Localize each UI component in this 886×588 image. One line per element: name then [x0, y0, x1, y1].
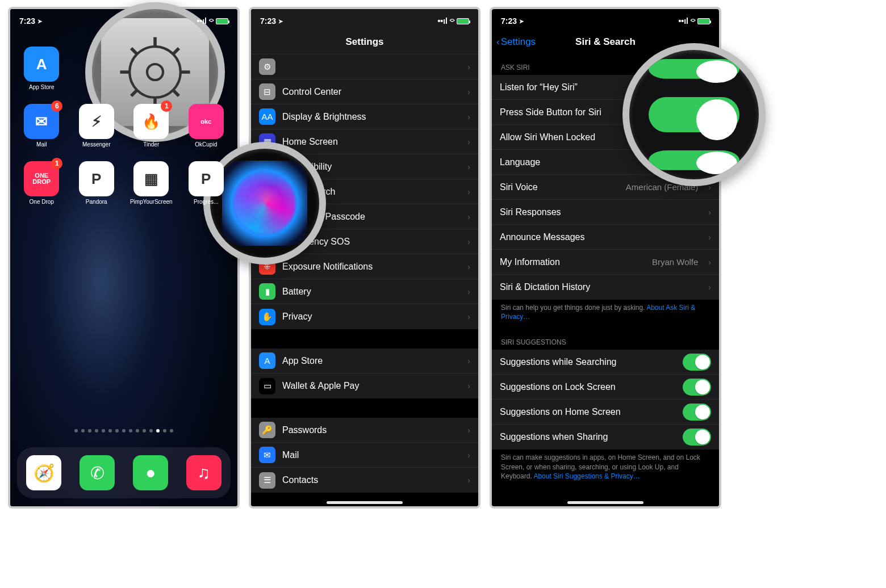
- home-indicator[interactable]: [327, 501, 403, 504]
- row-label: Siri & Dictation History: [500, 282, 698, 292]
- app-app-store[interactable]: AApp Store: [17, 47, 66, 90]
- messages-icon: ●: [145, 463, 156, 482]
- settings-row-privacy[interactable]: ✋Privacy›: [251, 304, 478, 329]
- badge: 6: [51, 100, 62, 112]
- app-one-drop[interactable]: ONE DROP1One Drop: [17, 161, 66, 205]
- siri-row-suggestions-while-searching[interactable]: Suggestions while Searching: [492, 350, 719, 375]
- row-label: Suggestions on Lock Screen: [500, 382, 676, 392]
- row-label: Language: [500, 157, 658, 167]
- dock-messages[interactable]: ●: [133, 455, 168, 490]
- app-icon: P: [189, 161, 224, 196]
- settings-row-app-store[interactable]: AApp Store›: [251, 348, 478, 373]
- row-icon: ☰: [259, 472, 275, 489]
- about-ask-siri-link[interactable]: About Ask Siri & Privacy…: [501, 304, 695, 321]
- settings-row-general[interactable]: ⚙︎General›: [251, 54, 478, 79]
- row-label: App Store: [282, 356, 457, 366]
- row-label: My Information: [500, 257, 645, 267]
- page-indicator[interactable]: [10, 429, 237, 432]
- nav-title: Siri & Search: [575, 36, 636, 48]
- siri-row-my-information[interactable]: My InformationBryan Wolfe›: [492, 250, 719, 275]
- row-label: Siri Responses: [500, 207, 698, 217]
- row-icon: A: [259, 352, 275, 369]
- nav-title: Settings: [345, 36, 383, 48]
- back-button[interactable]: ‹Settings: [496, 30, 536, 54]
- app-grid: AApp StorefF...✉︎6Mail⚡︎Messenger🔥1Tinde…: [10, 30, 237, 205]
- row-label: Mail: [282, 450, 457, 460]
- row-label: Suggestions when Sharing: [500, 432, 676, 442]
- chevron-right-icon: ›: [467, 356, 470, 366]
- toggle-switch[interactable]: [683, 404, 711, 421]
- dock-phone[interactable]: ✆: [80, 455, 115, 490]
- chevron-right-icon: ›: [467, 162, 470, 171]
- wifi-icon: ⌔: [209, 16, 214, 26]
- wifi-icon: ⌔: [691, 16, 695, 26]
- app-label: Messenger: [82, 141, 110, 148]
- app-pimpyourscreen[interactable]: ▦PimpYourScreen: [127, 161, 176, 205]
- siri-row-announce-messages[interactable]: Announce Messages›: [492, 225, 719, 250]
- toggle-switch[interactable]: [683, 354, 711, 371]
- row-label: Privacy: [282, 312, 457, 322]
- siri-row-suggestions-on-home-screen[interactable]: Suggestions on Home Screen: [492, 400, 719, 425]
- phone-home-screen: 7:23➤ ••ıl ⌔ AApp StorefF...✉︎6Mail⚡︎Mes…: [8, 7, 240, 509]
- app-mail[interactable]: ✉︎6Mail: [17, 104, 66, 148]
- row-label: Battery: [282, 287, 457, 297]
- wifi-icon: ⌔: [450, 16, 454, 26]
- settings-row-control-center[interactable]: ⊟Control Center›: [251, 79, 478, 104]
- chevron-right-icon: ›: [467, 426, 470, 435]
- settings-row-battery[interactable]: ▮Battery›: [251, 279, 478, 304]
- toggle-switch[interactable]: [683, 429, 711, 446]
- row-icon: ⊟: [259, 83, 275, 100]
- settings-row-passwords[interactable]: 🔑Passwords›: [251, 418, 478, 443]
- location-icon: ➤: [278, 18, 283, 24]
- siri-row-suggestions-on-lock-screen[interactable]: Suggestions on Lock Screen: [492, 375, 719, 400]
- chevron-right-icon: ›: [708, 233, 711, 242]
- row-label: Suggestions while Searching: [500, 357, 676, 367]
- row-label: Suggestions on Home Screen: [500, 407, 676, 417]
- app-icon: ✉︎6: [24, 104, 59, 139]
- section-footer-ask: Siri can help you get things done just b…: [492, 300, 719, 329]
- app-tinder[interactable]: 🔥1Tinder: [127, 104, 176, 148]
- settings-row-wallet-apple-pay[interactable]: ▭Wallet & Apple Pay›: [251, 373, 478, 398]
- battery-icon: [216, 18, 228, 24]
- chevron-right-icon: ›: [467, 476, 470, 485]
- about-suggestions-link[interactable]: About Siri Suggestions & Privacy…: [533, 472, 640, 480]
- siri-row-siri-responses[interactable]: Siri Responses›: [492, 200, 719, 225]
- row-label: Exposure Notifications: [282, 262, 457, 272]
- toggle-on-icon: [649, 59, 739, 78]
- toggle-switch[interactable]: [683, 379, 711, 396]
- nav-bar: Settings: [251, 30, 478, 54]
- app-okcupid[interactable]: okcOkCupid: [182, 104, 231, 148]
- app-progres-[interactable]: PProgres...: [182, 161, 231, 205]
- chevron-right-icon: ›: [467, 187, 470, 196]
- app-label: App Store: [29, 84, 54, 90]
- app-messenger[interactable]: ⚡︎Messenger: [72, 104, 122, 148]
- app-icon: P: [79, 161, 114, 196]
- chevron-right-icon: ›: [708, 258, 711, 267]
- app-pandora[interactable]: PPandora: [72, 161, 122, 205]
- battery-icon: [697, 18, 710, 24]
- app-label: Tinder: [143, 141, 159, 148]
- chevron-left-icon: ‹: [496, 36, 500, 48]
- settings-row-contacts[interactable]: ☰Contacts›: [251, 468, 478, 493]
- status-bar: 7:23➤ ••ıl ⌔: [10, 9, 237, 30]
- dock-safari[interactable]: 🧭: [26, 455, 61, 490]
- dock-music[interactable]: ♫: [186, 455, 222, 490]
- app-icon: 🔥1: [133, 104, 169, 139]
- location-icon: ➤: [37, 18, 42, 24]
- settings-list[interactable]: ⚙︎General›⊟Control Center›AADisplay & Br…: [251, 54, 478, 506]
- siri-row-suggestions-when-sharing[interactable]: Suggestions when Sharing: [492, 425, 719, 450]
- home-indicator[interactable]: [567, 501, 643, 504]
- row-icon: ▮: [259, 283, 275, 300]
- signal-icon: ••ıl: [678, 16, 688, 26]
- settings-row-mail[interactable]: ✉︎Mail›: [251, 443, 478, 468]
- app-icon: ▦: [133, 161, 169, 196]
- app-blank: [182, 47, 231, 90]
- app-icon: A: [24, 47, 59, 82]
- badge: 1: [51, 158, 62, 169]
- settings-row-display-brightness[interactable]: AADisplay & Brightness›: [251, 104, 478, 129]
- chevron-right-icon: ›: [467, 451, 470, 460]
- siri-row-siri-dictation-history[interactable]: Siri & Dictation History›: [492, 275, 719, 300]
- chevron-right-icon: ›: [467, 287, 470, 296]
- chevron-right-icon: ›: [467, 381, 470, 390]
- row-icon: ⚙︎: [259, 58, 275, 75]
